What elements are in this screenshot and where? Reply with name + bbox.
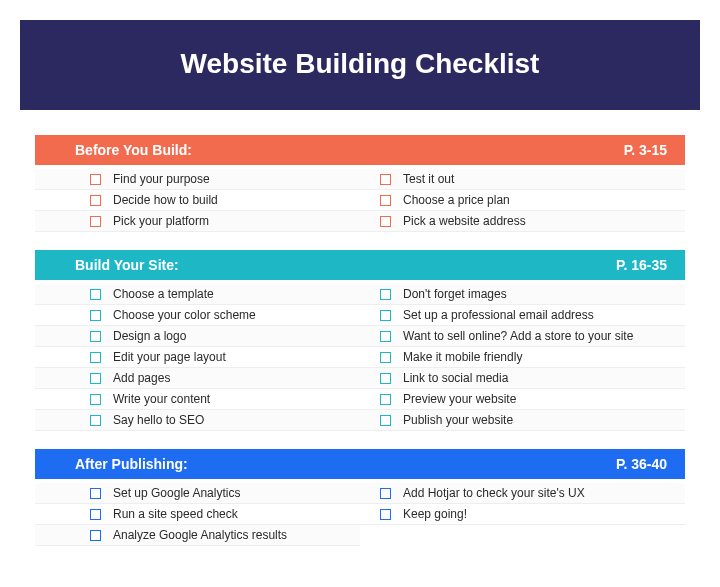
checklist-item-label: Choose a template: [113, 287, 214, 301]
checkbox-icon[interactable]: [90, 289, 101, 300]
section: Before You Build:P. 3-15Find your purpos…: [35, 135, 685, 232]
checklist-item: Want to sell online? Add a store to your…: [360, 326, 685, 347]
checklist-item: Set up a professional email address: [360, 305, 685, 326]
checklist-item: Choose your color scheme: [35, 305, 360, 326]
checklist-item: Link to social media: [360, 368, 685, 389]
section-items: Set up Google AnalyticsRun a site speed …: [35, 479, 685, 546]
checklist-item-label: Add Hotjar to check your site's UX: [403, 486, 585, 500]
checklist-item: Decide how to build: [35, 190, 360, 211]
checklist-item-label: Keep going!: [403, 507, 467, 521]
checkbox-icon[interactable]: [90, 415, 101, 426]
checklist-item-label: Add pages: [113, 371, 170, 385]
checklist-item: Write your content: [35, 389, 360, 410]
checkbox-icon[interactable]: [380, 195, 391, 206]
checklist-item: Analyze Google Analytics results: [35, 525, 360, 546]
section-page: P. 16-35: [616, 257, 667, 273]
checklist-item: Pick your platform: [35, 211, 360, 232]
checkbox-icon[interactable]: [380, 415, 391, 426]
checklist-item-label: Test it out: [403, 172, 454, 186]
checklist-item: Make it mobile friendly: [360, 347, 685, 368]
checkbox-icon[interactable]: [90, 216, 101, 227]
checklist-item-label: Set up a professional email address: [403, 308, 594, 322]
checklist-item: Design a logo: [35, 326, 360, 347]
checklist-item-label: Analyze Google Analytics results: [113, 528, 287, 542]
checkbox-icon[interactable]: [380, 352, 391, 363]
checkbox-icon[interactable]: [90, 373, 101, 384]
checkbox-icon[interactable]: [380, 373, 391, 384]
checkbox-icon[interactable]: [380, 509, 391, 520]
section-header: Before You Build:P. 3-15: [35, 135, 685, 165]
section-title: Build Your Site:: [75, 257, 179, 273]
checkbox-icon[interactable]: [90, 394, 101, 405]
checklist-item-label: Design a logo: [113, 329, 186, 343]
checklist-item-label: Edit your page layout: [113, 350, 226, 364]
checklist-item: Find your purpose: [35, 169, 360, 190]
checkbox-icon[interactable]: [90, 331, 101, 342]
column: Add Hotjar to check your site's UXKeep g…: [360, 483, 685, 546]
column: Find your purposeDecide how to buildPick…: [35, 169, 360, 232]
checklist-item: Add Hotjar to check your site's UX: [360, 483, 685, 504]
column: Test it outChoose a price planPick a web…: [360, 169, 685, 232]
section-header: After Publishing:P. 36-40: [35, 449, 685, 479]
checkbox-icon[interactable]: [90, 310, 101, 321]
checklist-item: Pick a website address: [360, 211, 685, 232]
checklist-item-label: Set up Google Analytics: [113, 486, 240, 500]
page-title: Website Building Checklist: [20, 48, 700, 80]
checklist-item: Test it out: [360, 169, 685, 190]
checklist-item: Choose a template: [35, 284, 360, 305]
section-items: Find your purposeDecide how to buildPick…: [35, 165, 685, 232]
checkbox-icon[interactable]: [380, 310, 391, 321]
checkbox-icon[interactable]: [90, 488, 101, 499]
checkbox-icon[interactable]: [380, 174, 391, 185]
column: Don't forget imagesSet up a professional…: [360, 284, 685, 431]
checklist-item: Preview your website: [360, 389, 685, 410]
checklist-item-label: Pick your platform: [113, 214, 209, 228]
checklist-item: Run a site speed check: [35, 504, 360, 525]
checkbox-icon[interactable]: [380, 216, 391, 227]
column: Set up Google AnalyticsRun a site speed …: [35, 483, 360, 546]
section-page: P. 3-15: [624, 142, 667, 158]
checkbox-icon[interactable]: [90, 195, 101, 206]
checklist-item: Choose a price plan: [360, 190, 685, 211]
checklist-item-label: Say hello to SEO: [113, 413, 204, 427]
checklist-item-label: Choose a price plan: [403, 193, 510, 207]
section: Build Your Site:P. 16-35Choose a templat…: [35, 250, 685, 431]
checkbox-icon[interactable]: [380, 289, 391, 300]
checkbox-icon[interactable]: [90, 530, 101, 541]
sections-container: Before You Build:P. 3-15Find your purpos…: [0, 135, 720, 546]
checklist-item: Keep going!: [360, 504, 685, 525]
page-header: Website Building Checklist: [20, 20, 700, 110]
column: Choose a templateChoose your color schem…: [35, 284, 360, 431]
checklist-item-label: Want to sell online? Add a store to your…: [403, 329, 633, 343]
checklist-item-label: Write your content: [113, 392, 210, 406]
checklist-item-label: Preview your website: [403, 392, 516, 406]
section: After Publishing:P. 36-40Set up Google A…: [35, 449, 685, 546]
section-header: Build Your Site:P. 16-35: [35, 250, 685, 280]
checklist-item: Publish your website: [360, 410, 685, 431]
checklist-item-label: Don't forget images: [403, 287, 507, 301]
checkbox-icon[interactable]: [90, 509, 101, 520]
section-title: Before You Build:: [75, 142, 192, 158]
checkbox-icon[interactable]: [90, 174, 101, 185]
checklist-item: Say hello to SEO: [35, 410, 360, 431]
checkbox-icon[interactable]: [380, 331, 391, 342]
checklist-item-label: Run a site speed check: [113, 507, 238, 521]
checklist-item-label: Pick a website address: [403, 214, 526, 228]
checklist-item-label: Link to social media: [403, 371, 508, 385]
section-title: After Publishing:: [75, 456, 188, 472]
checklist-item: Edit your page layout: [35, 347, 360, 368]
checklist-item-label: Find your purpose: [113, 172, 210, 186]
checklist-item-label: Choose your color scheme: [113, 308, 256, 322]
checklist-item-label: Make it mobile friendly: [403, 350, 522, 364]
checklist-item-label: Decide how to build: [113, 193, 218, 207]
checkbox-icon[interactable]: [380, 488, 391, 499]
checklist-item-label: Publish your website: [403, 413, 513, 427]
section-page: P. 36-40: [616, 456, 667, 472]
checkbox-icon[interactable]: [90, 352, 101, 363]
checklist-item: Don't forget images: [360, 284, 685, 305]
checkbox-icon[interactable]: [380, 394, 391, 405]
checklist-item: Add pages: [35, 368, 360, 389]
checklist-item: Set up Google Analytics: [35, 483, 360, 504]
section-items: Choose a templateChoose your color schem…: [35, 280, 685, 431]
